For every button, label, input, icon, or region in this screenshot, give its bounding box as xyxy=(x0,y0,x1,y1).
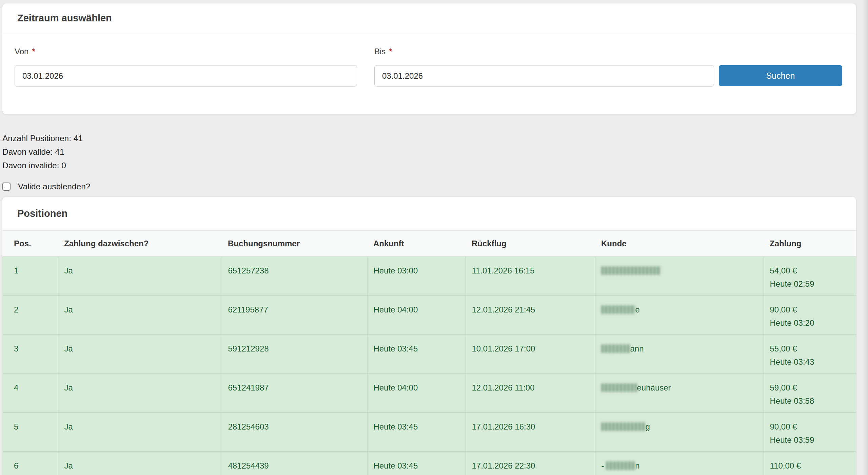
cell-kunde: g xyxy=(595,413,764,452)
position-number: 1 xyxy=(14,266,18,275)
table-header-row: Pos. Zahlung dazwischen? Buchungsnummer … xyxy=(2,231,856,256)
cell-buchungsnummer: 621195877 xyxy=(222,296,367,335)
hide-valid-checkbox-label: Valide ausblenden? xyxy=(18,182,90,191)
customer-name-suffix: ann xyxy=(630,344,644,353)
position-number: 2 xyxy=(14,305,18,314)
column-header-pos: Pos. xyxy=(2,231,58,256)
cell-kunde xyxy=(595,256,764,296)
search-button[interactable]: Suchen xyxy=(719,65,842,86)
redacted-customer-name xyxy=(601,305,635,314)
table-row: 4 Ja 651241987 Heute 04:00 12.01.2026 11… xyxy=(2,374,856,413)
cell-zahlung-dazwischen: Ja xyxy=(58,296,222,335)
cell-kunde: euhäuser xyxy=(595,374,764,413)
cell-ankunft: Heute 04:00 xyxy=(367,296,466,335)
redacted-customer-name xyxy=(601,422,646,431)
vertical-scrollbar[interactable] xyxy=(863,0,868,475)
column-header-kunde: Kunde xyxy=(595,231,764,256)
from-date-label: Von* xyxy=(15,47,35,56)
cell-zahlung-dazwischen: Ja xyxy=(58,335,222,374)
cell-pos: 3 xyxy=(2,335,58,374)
cell-pos: 2 xyxy=(2,296,58,335)
cell-buchungsnummer: 481254439 xyxy=(222,452,367,475)
positions-table: Pos. Zahlung dazwischen? Buchungsnummer … xyxy=(2,230,856,475)
cell-pos: 1 xyxy=(2,256,58,296)
cell-pos: 4 xyxy=(2,374,58,413)
return-flight-time: 10.01.2026 17:00 xyxy=(472,344,535,353)
payment-between-flag: Ja xyxy=(64,461,73,470)
summary-invalid: Davon invalide: 0 xyxy=(2,159,83,172)
arrival-time: Heute 04:00 xyxy=(374,383,418,392)
position-number: 3 xyxy=(14,344,18,353)
arrival-time: Heute 03:45 xyxy=(374,344,418,353)
cell-ankunft: Heute 03:45 xyxy=(367,335,466,374)
payment-time: Heute 03:20 xyxy=(770,318,852,328)
booking-number: 651257238 xyxy=(228,266,269,275)
payment-amount: 55,00 € xyxy=(770,344,852,354)
filter-panel-title: Zeitraum auswählen xyxy=(17,13,112,24)
cell-rueckflug: 17.01.2026 16:30 xyxy=(466,413,595,452)
payment-amount: 110,00 € xyxy=(770,461,852,471)
arrival-time: Heute 03:45 xyxy=(374,461,418,470)
customer-name-suffix: n xyxy=(635,461,639,470)
table-row: 1 Ja 651257238 Heute 03:00 11.01.2026 16… xyxy=(2,256,856,296)
cell-zahlung: 110,00 € Heute 04:05 xyxy=(764,452,856,475)
positions-panel: Positionen Pos. Zahlung dazwischen? Buch… xyxy=(2,197,856,475)
redacted-customer-name xyxy=(601,344,630,353)
table-row: 3 Ja 591212928 Heute 03:45 10.01.2026 17… xyxy=(2,335,856,374)
filter-panel: Zeitraum auswählen Von* Bis* Suchen xyxy=(2,3,856,114)
cell-ankunft: Heute 03:00 xyxy=(367,256,466,296)
payment-time: Heute 03:59 xyxy=(770,435,852,445)
table-row: 5 Ja 281254603 Heute 03:45 17.01.2026 16… xyxy=(2,413,856,452)
cell-kunde: - n xyxy=(595,452,764,475)
position-number: 5 xyxy=(14,422,18,431)
cell-ankunft: Heute 03:45 xyxy=(367,452,466,475)
cell-ankunft: Heute 03:45 xyxy=(367,413,466,452)
positions-table-body: 1 Ja 651257238 Heute 03:00 11.01.2026 16… xyxy=(2,256,856,475)
cell-buchungsnummer: 651241987 xyxy=(222,374,367,413)
positions-panel-title: Positionen xyxy=(17,208,67,219)
to-date-input[interactable] xyxy=(374,65,714,87)
cell-rueckflug: 11.01.2026 16:15 xyxy=(466,256,595,296)
table-row: 6 Ja 481254439 Heute 03:45 17.01.2026 22… xyxy=(2,452,856,475)
return-flight-time: 11.01.2026 16:15 xyxy=(472,266,535,275)
cell-rueckflug: 12.01.2026 11:00 xyxy=(466,374,595,413)
return-flight-time: 12.01.2026 21:45 xyxy=(472,305,535,314)
filter-panel-body: Von* Bis* Suchen xyxy=(2,33,856,114)
cell-zahlung-dazwischen: Ja xyxy=(58,452,222,475)
redacted-customer-name xyxy=(606,461,635,470)
cell-zahlung: 90,00 € Heute 03:59 xyxy=(764,413,856,452)
payment-between-flag: Ja xyxy=(64,422,73,431)
hide-valid-checkbox[interactable] xyxy=(2,183,11,191)
payment-amount: 54,00 € xyxy=(770,266,852,276)
position-number: 6 xyxy=(14,461,18,470)
from-date-label-text: Von xyxy=(15,47,28,56)
cell-zahlung-dazwischen: Ja xyxy=(58,413,222,452)
summary-valid: Davon valide: 41 xyxy=(2,145,83,159)
cell-ankunft: Heute 04:00 xyxy=(367,374,466,413)
filter-panel-header: Zeitraum auswählen xyxy=(2,3,856,33)
payment-time: Heute 03:43 xyxy=(770,357,852,367)
position-number: 4 xyxy=(14,383,18,392)
booking-number: 651241987 xyxy=(228,383,269,392)
from-date-input[interactable] xyxy=(15,65,357,87)
cell-zahlung: 54,00 € Heute 02:59 xyxy=(764,256,856,296)
summary-stats: Anzahl Positionen: 41 Davon valide: 41 D… xyxy=(2,132,83,172)
return-flight-time: 12.01.2026 11:00 xyxy=(472,383,535,392)
customer-name-suffix: e xyxy=(635,305,640,314)
column-header-buchungsnummer: Buchungsnummer xyxy=(222,231,367,256)
cell-kunde: ann xyxy=(595,335,764,374)
cell-buchungsnummer: 651257238 xyxy=(222,256,367,296)
payment-time: Heute 02:59 xyxy=(770,279,852,289)
redacted-customer-name xyxy=(601,266,661,275)
payment-between-flag: Ja xyxy=(64,266,73,275)
required-marker: * xyxy=(389,47,392,56)
payment-amount: 59,00 € xyxy=(770,383,852,393)
booking-number: 281254603 xyxy=(228,422,269,431)
column-header-zahlung: Zahlung xyxy=(764,231,856,256)
payment-between-flag: Ja xyxy=(64,383,73,392)
cell-rueckflug: 10.01.2026 17:00 xyxy=(466,335,595,374)
return-flight-time: 17.01.2026 16:30 xyxy=(472,422,535,431)
column-header-zahlung-dazwischen: Zahlung dazwischen? xyxy=(58,231,222,256)
positions-panel-header: Positionen xyxy=(2,197,856,230)
column-header-rueckflug: Rückflug xyxy=(466,231,595,256)
